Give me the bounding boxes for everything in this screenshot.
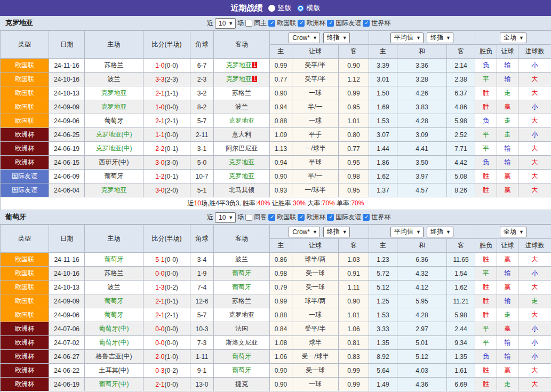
away-team: 克罗地亚1 [214,59,270,73]
avg-draw: 4.57 [397,183,447,197]
score-cell: 1-1(0-0) [143,128,190,142]
home-team-name: 格鲁吉亚(中) [96,353,132,360]
competition-checkbox-0[interactable] [268,20,275,27]
handicap-line: 受一球 [292,267,339,281]
match-count-select[interactable]: 10▼ [215,212,236,223]
halftime-score: (2-3) [165,76,178,83]
layout-radio-vertical[interactable]: 竖版 [268,3,292,13]
fulltime-score: 3-0 [155,187,164,194]
halftime-score: (0-0) [165,131,178,139]
handicap-line: 一/球半 [292,183,339,197]
result-handicap: 走 [497,114,518,128]
results-table: 类型日期主场比分(半场)角球客场Crow*▼终指▼平均值▼终指▼全场▼主让球客主… [0,225,551,392]
avg-draw: 2.97 [397,322,447,336]
odds-away: 1.03 [339,253,369,267]
col-header: 日期 [49,225,85,253]
competition-badge: 国际友谊 [1,170,49,183]
result-outcome-value: 胜 [483,283,489,291]
radio-selected-icon[interactable] [297,5,304,12]
average-select[interactable]: 平均值▼ [390,33,424,43]
competition-checkbox-1[interactable] [298,214,305,221]
home-team-name: 西班牙(中) [99,158,129,166]
final-index-select-2[interactable]: 终指▼ [427,33,453,43]
result-outcome: 负 [475,156,497,170]
avg-away: 6.37 [447,86,475,100]
fulltime-select[interactable]: 全场▼ [500,227,526,237]
result-goals-value: 大 [532,255,538,263]
match-count-select[interactable]: 10▼ [215,18,236,29]
fulltime-score: 5-1 [155,256,164,263]
result-goals: 大 [518,378,551,391]
col-header: 类型 [1,31,49,59]
match-date: 24-10-13 [49,281,85,294]
result-handicap-value: 输 [505,297,511,305]
result-handicap: 走 [497,378,518,391]
table-row: 欧洲杯24-06-15西班牙(中)3-0(3-0)5-0克罗地亚0.94半球0.… [1,156,551,170]
average-select[interactable]: 平均值▼ [390,227,424,237]
competition-label: 欧国联 [15,117,34,124]
result-goals: 小 [518,59,551,73]
home-team: 葡萄牙 [85,114,143,128]
result-handicap-value: 走 [505,89,511,97]
home-team: 葡萄牙 [85,170,143,183]
odds-home: 1.09 [270,128,292,142]
same-venue-checkbox[interactable] [245,214,252,221]
home-team: 葡萄牙 [85,253,143,267]
away-team-name: 克罗地亚 [229,117,254,124]
odds-source-select[interactable]: Crow*▼ [289,33,320,43]
away-team-name: 葡萄牙 [232,353,251,360]
handicap-line: 受一/球半 [292,350,339,364]
competition-checkbox-1[interactable] [298,20,305,27]
competition-checkbox-2[interactable] [327,214,334,221]
result-goals: 大 [518,170,551,183]
odds-source-select[interactable]: Crow*▼ [289,227,320,237]
col-header: 客场 [214,225,270,253]
handicap-line: 受一球 [292,364,339,378]
away-team: 克罗地亚 [214,308,270,322]
handicap-line: 球半/两 [292,294,339,308]
table-row: 欧洲杯24-06-22土耳其(中)0-3(0-2)9-1葡萄牙0.90受一球0.… [1,364,551,378]
away-team-name: 捷克 [235,380,248,388]
result-goals-value: 小 [532,61,538,69]
competition-badge: 欧国联 [1,253,49,267]
competition-badge: 欧洲杯 [1,364,49,378]
sub-col-header: 进球数 [518,239,551,253]
same-venue-checkbox[interactable] [245,20,252,27]
result-goals-value: 小 [532,325,538,332]
avg-away: 2.14 [447,59,475,73]
result-outcome-value: 负 [483,61,489,69]
halftime-score: (0-0) [165,103,178,111]
result-handicap: 赢 [497,281,518,294]
competition-checkbox-2[interactable] [327,20,334,27]
score-cell: 1-3(0-2) [143,281,190,294]
match-date: 24-06-27 [49,350,85,364]
corner-count: 2-11 [190,128,214,142]
final-index-select-1[interactable]: 终指▼ [323,33,350,43]
final-index-select-2[interactable]: 终指▼ [427,227,453,237]
result-handicap: 输 [497,336,518,350]
away-team: 波兰 [214,253,270,267]
radio-icon[interactable] [268,5,275,12]
home-team-name: 土耳其(中) [99,366,129,374]
final-index-select-1[interactable]: 终指▼ [323,227,350,237]
corner-count: 8-2 [190,100,214,114]
competition-checkbox-0[interactable] [268,214,275,221]
col-header: 类型 [1,225,49,253]
result-outcome: 负 [475,350,497,364]
odds-away: 0.95 [339,100,369,114]
match-date: 24-10-13 [49,86,85,100]
away-team: 捷克 [214,378,270,391]
result-handicap-value: 输 [505,75,511,83]
avg-draw: 4.41 [397,142,447,156]
competition-checkbox-label: 欧国联 [277,213,296,222]
layout-radio-horizontal[interactable]: 横版 [297,3,321,13]
table-row: 欧国联24-09-06葡萄牙2-1(2-1)5-7克罗地亚0.88一球1.011… [1,114,551,128]
match-count-value: 10 [219,214,226,221]
competition-checkbox-3[interactable] [363,214,370,221]
handicap-line: 球半/两 [292,253,339,267]
summary-text: 70% [351,199,364,207]
competition-checkbox-3[interactable] [363,20,370,27]
chevron-down-icon: ▼ [228,21,233,26]
rank-badge: 1 [252,76,258,82]
fulltime-select[interactable]: 全场▼ [500,33,526,43]
